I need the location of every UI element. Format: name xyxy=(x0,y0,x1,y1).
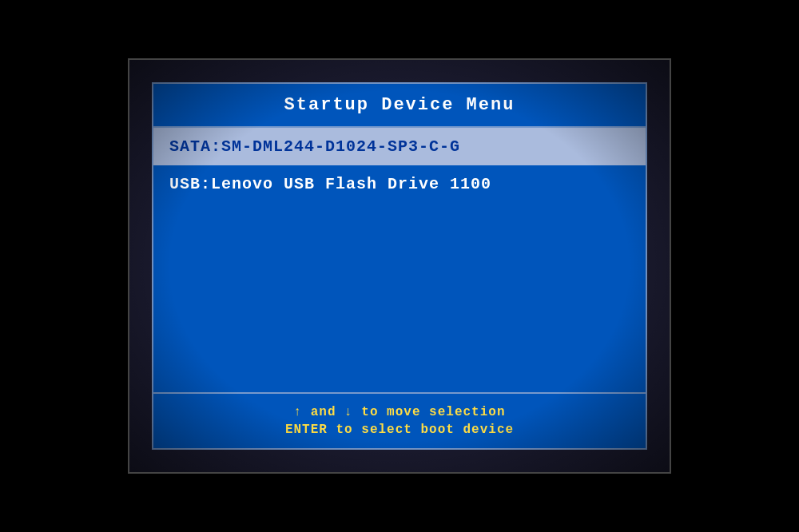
bios-title: Startup Device Menu xyxy=(284,95,515,115)
menu-spacer xyxy=(153,203,646,392)
hint-line-1: ↑ and ↓ to move selection xyxy=(169,405,630,419)
bios-screen: Startup Device Menu SATA:SM-DML244-D1024… xyxy=(128,58,671,474)
hint-line-2: ENTER to select boot device xyxy=(169,423,630,437)
menu-item-sata[interactable]: SATA:SM-DML244-D1024-SP3-C-G xyxy=(153,128,646,165)
menu-area: SATA:SM-DML244-D1024-SP3-C-G USB:Lenovo … xyxy=(153,128,646,392)
menu-item-sata-label: SATA:SM-DML244-D1024-SP3-C-G xyxy=(169,137,460,156)
menu-item-usb[interactable]: USB:Lenovo USB Flash Drive 1100 xyxy=(153,165,646,203)
hint-bar: ↑ and ↓ to move selection ENTER to selec… xyxy=(153,392,646,448)
bios-panel: Startup Device Menu SATA:SM-DML244-D1024… xyxy=(152,82,647,450)
title-bar: Startup Device Menu xyxy=(153,84,646,128)
menu-item-usb-label: USB:Lenovo USB Flash Drive 1100 xyxy=(169,175,491,193)
